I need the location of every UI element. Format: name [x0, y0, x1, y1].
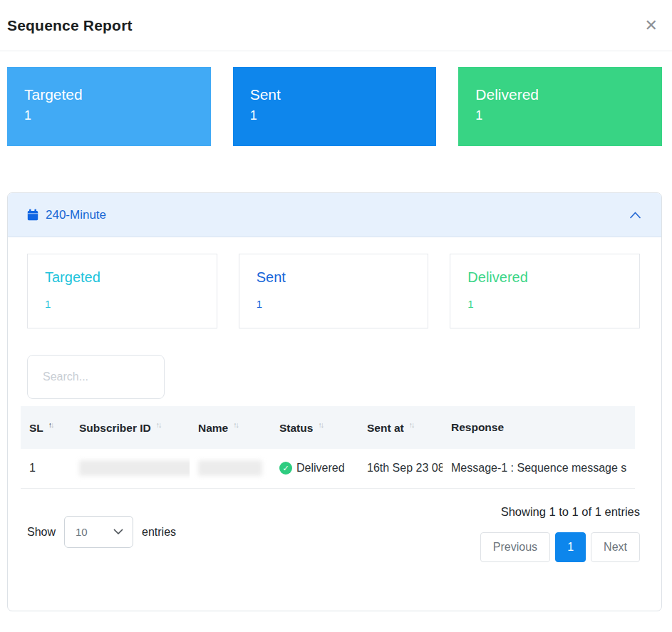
delivered-check-icon: ✓	[279, 462, 292, 475]
step-stat-cards: Targeted 1 Sent 1 Delivered 1	[27, 254, 640, 328]
step-delivered-label: Delivered	[467, 269, 639, 286]
cell-sent-at: 16th Sep 23 08:18	[358, 449, 443, 488]
column-header-name[interactable]: Name↑↓	[190, 406, 271, 449]
step-delivered-value: 1	[467, 298, 639, 310]
cell-subscriber-id	[71, 449, 190, 488]
accordion-title: 240-Minute	[46, 208, 106, 222]
targeted-card: Targeted 1	[7, 67, 211, 146]
cell-name	[190, 449, 271, 488]
step-targeted-value: 1	[45, 298, 217, 310]
targeted-card-label: Targeted	[24, 86, 211, 103]
status-badge: Delivered	[296, 462, 345, 475]
delivered-card-label: Delivered	[475, 86, 662, 103]
column-header-status[interactable]: Status↑↓	[271, 406, 358, 449]
step-sent-label: Sent	[257, 269, 428, 286]
sent-card-value: 1	[250, 108, 437, 123]
column-header-sent-at[interactable]: Sent at↑↓	[358, 406, 443, 449]
step-sent-value: 1	[257, 298, 428, 310]
next-page-button[interactable]: Next	[591, 532, 640, 562]
redacted-subscriber-id	[79, 460, 190, 476]
column-header-response: Response	[443, 406, 635, 449]
show-label: Show	[27, 526, 56, 539]
accordion-header[interactable]: 240-Minute	[8, 193, 661, 237]
modal-header: Sequence Report ✕	[0, 0, 672, 51]
delivered-card-value: 1	[475, 108, 662, 123]
chevron-down-icon	[113, 529, 123, 535]
chevron-up-icon[interactable]	[629, 211, 641, 219]
entries-label: entries	[142, 526, 176, 539]
table-row: 1 ✓ Delivered 16th	[21, 449, 635, 488]
sort-icon: ↑↓	[233, 420, 238, 429]
sequence-step-panel: 240-Minute Targeted 1 Sent 1 Delivered 1	[7, 192, 662, 611]
summary-cards-row: Targeted 1 Sent 1 Delivered 1	[7, 67, 662, 146]
column-header-subscriber-id[interactable]: Subscriber ID↑↓	[71, 406, 190, 449]
sort-icon: ↑↓	[409, 420, 414, 429]
page-size-value: 10	[76, 526, 113, 538]
previous-page-button[interactable]: Previous	[480, 532, 550, 562]
sort-icon: ↑↓	[318, 420, 323, 429]
redacted-name	[198, 460, 262, 476]
close-icon[interactable]: ✕	[642, 15, 661, 36]
search-input[interactable]	[27, 355, 165, 399]
accordion-body: Targeted 1 Sent 1 Delivered 1	[8, 237, 661, 562]
column-header-sl[interactable]: SL↑↓	[21, 406, 71, 449]
step-targeted-label: Targeted	[45, 269, 217, 286]
sort-icon: ↑↓	[156, 420, 161, 429]
cell-sl: 1	[21, 449, 71, 488]
cell-status: ✓ Delivered	[271, 449, 358, 488]
page-1-button[interactable]: 1	[555, 532, 586, 562]
sort-icon: ↑↓	[48, 420, 53, 429]
sent-card-label: Sent	[250, 86, 437, 103]
report-table: SL↑↓ Subscriber ID↑↓ Name↑↓ Status↑↓ Sen	[21, 406, 635, 489]
page-size-select[interactable]: 10	[64, 516, 133, 548]
cell-response: Message-1 : Sequence message s	[443, 449, 635, 488]
table-header-row: SL↑↓ Subscriber ID↑↓ Name↑↓ Status↑↓ Sen	[21, 406, 635, 449]
pagination: Previous 1 Next	[480, 532, 640, 562]
step-delivered-card: Delivered 1	[450, 254, 640, 328]
page-title: Sequence Report	[7, 17, 133, 34]
delivered-card: Delivered 1	[458, 67, 662, 146]
step-sent-card: Sent 1	[239, 254, 429, 328]
step-targeted-card: Targeted 1	[27, 254, 217, 328]
showing-entries-text: Showing 1 to 1 of 1 entries	[501, 505, 640, 519]
calendar-icon	[27, 209, 38, 221]
targeted-card-value: 1	[24, 108, 211, 123]
sent-card: Sent 1	[233, 67, 437, 146]
